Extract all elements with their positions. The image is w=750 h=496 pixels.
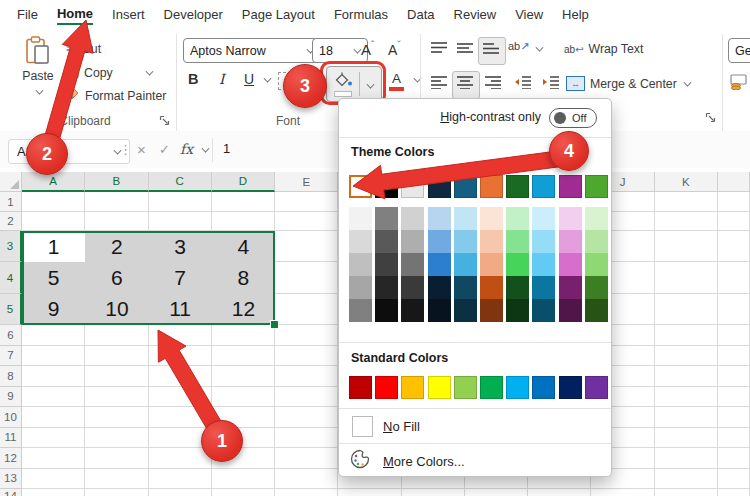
cell[interactable] — [85, 325, 148, 346]
theme-variant-swatch[interactable] — [349, 207, 372, 230]
theme-variant-swatch[interactable] — [506, 230, 529, 253]
cell[interactable] — [212, 212, 275, 231]
cell[interactable] — [655, 325, 718, 346]
merge-center-button[interactable]: ↔ Merge & Center — [566, 76, 691, 91]
tab-home[interactable]: Home — [57, 4, 93, 25]
italic-button[interactable]: I — [219, 71, 225, 87]
cell[interactable] — [149, 489, 212, 496]
standard-color-swatch[interactable] — [532, 376, 555, 399]
decrease-indent-button[interactable] — [514, 75, 532, 92]
paste-chevron-icon[interactable] — [35, 87, 43, 95]
theme-variant-swatch[interactable] — [585, 276, 608, 299]
cell[interactable] — [465, 489, 528, 496]
cell[interactable] — [718, 448, 750, 469]
theme-swatch[interactable] — [480, 175, 503, 198]
theme-variant-swatch[interactable] — [375, 276, 398, 299]
cell[interactable] — [655, 346, 718, 367]
wrap-text-button[interactable]: ab↩ Wrap Text — [564, 42, 643, 56]
cell[interactable] — [655, 294, 718, 325]
align-right-button[interactable] — [484, 75, 502, 92]
cell[interactable] — [85, 212, 148, 231]
cell[interactable] — [212, 387, 275, 408]
high-contrast-toggle[interactable]: Off — [549, 108, 597, 128]
theme-variant-swatch[interactable] — [532, 253, 555, 276]
cell[interactable] — [275, 325, 338, 346]
tab-insert[interactable]: Insert — [112, 5, 145, 24]
cell[interactable] — [275, 428, 338, 449]
theme-variant-swatch[interactable] — [585, 299, 608, 322]
row-header-14[interactable]: 14 — [0, 489, 22, 496]
font-size-combobox[interactable]: 18 — [312, 38, 368, 63]
column-header-A[interactable]: A — [22, 172, 85, 192]
cell[interactable] — [22, 192, 85, 212]
theme-variant-swatch[interactable] — [375, 253, 398, 276]
standard-color-swatch[interactable] — [480, 376, 503, 399]
theme-variant-swatch[interactable] — [401, 299, 424, 322]
formula-bar-handle-icon[interactable]: ⋮ — [119, 142, 132, 157]
cell[interactable] — [275, 489, 338, 496]
cell[interactable] — [275, 387, 338, 408]
theme-variant-swatch[interactable] — [480, 299, 503, 322]
cell[interactable] — [149, 448, 212, 469]
standard-color-swatch[interactable] — [401, 376, 424, 399]
theme-variant-swatch[interactable] — [375, 207, 398, 230]
standard-color-swatch[interactable] — [559, 376, 582, 399]
cell[interactable] — [275, 294, 338, 325]
cell[interactable] — [149, 192, 212, 212]
cell[interactable] — [149, 469, 212, 490]
cell[interactable] — [149, 325, 212, 346]
cell[interactable] — [212, 192, 275, 212]
theme-swatch[interactable] — [401, 175, 424, 198]
tab-file[interactable]: File — [17, 5, 38, 24]
bold-button[interactable]: B — [188, 71, 198, 87]
cell[interactable] — [212, 366, 275, 387]
cell[interactable] — [212, 346, 275, 367]
cell[interactable] — [275, 448, 338, 469]
tab-review[interactable]: Review — [454, 5, 497, 24]
cell[interactable] — [85, 192, 148, 212]
standard-color-swatch[interactable] — [349, 376, 372, 399]
fill-color-chevron-icon[interactable] — [367, 80, 375, 88]
standard-color-swatch[interactable] — [506, 376, 529, 399]
row-header-4[interactable]: 4 — [0, 262, 22, 293]
cell[interactable] — [275, 407, 338, 428]
cell[interactable] — [85, 448, 148, 469]
cell[interactable] — [718, 294, 750, 325]
cell[interactable] — [275, 212, 338, 231]
row-header-6[interactable]: 6 — [0, 325, 22, 346]
fill-color-button[interactable] — [326, 66, 382, 102]
cell[interactable] — [212, 325, 275, 346]
cell[interactable] — [338, 489, 401, 496]
tab-data[interactable]: Data — [407, 5, 434, 24]
column-header-D[interactable]: D — [212, 172, 275, 192]
cell[interactable] — [22, 407, 85, 428]
cell[interactable] — [275, 231, 338, 262]
cell[interactable] — [718, 325, 750, 346]
cancel-icon[interactable]: × — [137, 141, 146, 158]
fx-chevron-icon[interactable] — [202, 145, 210, 153]
theme-variant-swatch[interactable] — [480, 207, 503, 230]
row-header-9[interactable]: 9 — [0, 387, 22, 408]
align-top-button[interactable] — [430, 41, 448, 58]
theme-variant-swatch[interactable] — [454, 207, 477, 230]
row-header-5[interactable]: 5 — [0, 294, 22, 325]
theme-swatch[interactable] — [506, 175, 529, 198]
underline-chevron-icon[interactable] — [264, 75, 272, 83]
cell[interactable] — [655, 366, 718, 387]
column-header-C[interactable]: C — [149, 172, 212, 192]
cell[interactable] — [22, 448, 85, 469]
align-center-button[interactable] — [456, 75, 474, 92]
paste-button[interactable]: Paste — [16, 36, 60, 112]
align-middle-button[interactable] — [456, 41, 474, 58]
format-painter-button[interactable]: Format Painter — [66, 87, 166, 104]
cell[interactable] — [22, 387, 85, 408]
theme-variant-swatch[interactable] — [454, 230, 477, 253]
theme-variant-swatch[interactable] — [428, 253, 451, 276]
theme-variant-swatch[interactable] — [349, 253, 372, 276]
cell[interactable] — [591, 489, 654, 496]
insert-function-icon[interactable]: fx — [180, 141, 193, 157]
column-header-E[interactable]: E — [275, 172, 338, 192]
standard-color-swatch[interactable] — [375, 376, 398, 399]
font-color-button[interactable]: A — [389, 71, 404, 91]
cell[interactable] — [655, 448, 718, 469]
